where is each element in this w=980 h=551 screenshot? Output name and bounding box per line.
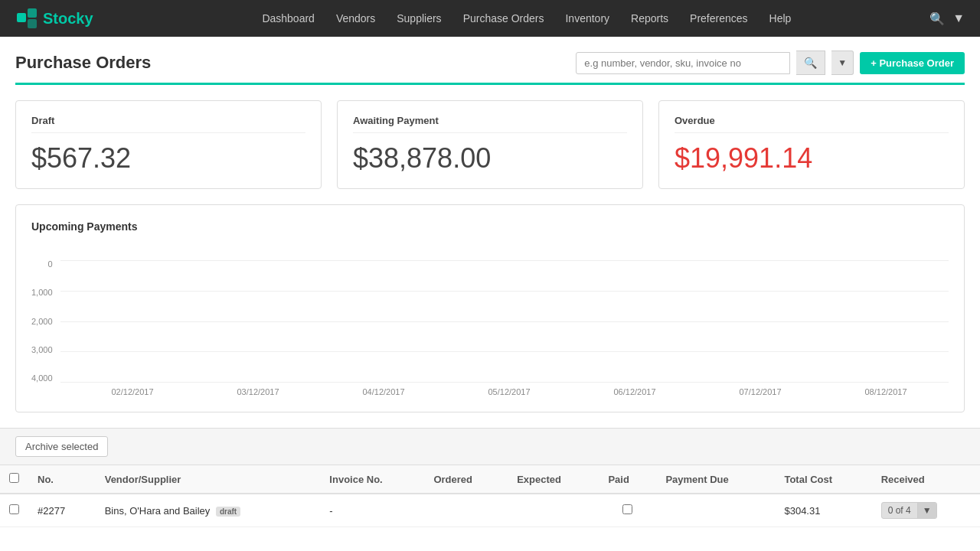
col-expected: Expected [508, 465, 599, 494]
chart-x-label: 02/12/2017 [70, 387, 195, 396]
table-section: Archive selected No. Vendor/Supplier Inv… [0, 428, 980, 543]
chart-y-label: 4,000 [31, 374, 53, 383]
purchase-orders-table: No. Vendor/Supplier Invoice No. Ordered … [0, 465, 980, 527]
table-header: No. Vendor/Supplier Invoice No. Ordered … [0, 465, 980, 494]
nav-link-suppliers[interactable]: Suppliers [386, 0, 452, 37]
table-toolbar: Archive selected [0, 428, 980, 465]
col-payment-due: Payment Due [656, 465, 775, 494]
stat-card-value-draft: $567.32 [31, 142, 305, 174]
nav-link-reports[interactable]: Reports [620, 0, 679, 37]
stat-card-title-overdue: Overdue [675, 115, 949, 133]
logo-icon [15, 7, 38, 30]
stat-card-value-overdue: $19,991.14 [675, 142, 949, 174]
row-ordered [424, 494, 508, 527]
chart-x-label: 03/12/2017 [195, 387, 321, 396]
navigation: Stocky DashboardVendorsSuppliersPurchase… [0, 0, 980, 37]
chart-y-label: 3,000 [31, 346, 53, 354]
chart-title: Upcoming Payments [31, 220, 949, 233]
col-invoice: Invoice No. [320, 465, 424, 494]
col-number: No. [28, 465, 96, 494]
stat-card-draft: Draft $567.32 [15, 100, 322, 189]
nav-link-help[interactable]: Help [759, 0, 802, 37]
chart-x-label: 06/12/2017 [572, 387, 697, 396]
col-ordered: Ordered [424, 465, 508, 494]
row-payment-due [656, 494, 775, 527]
stat-card-value-awaiting: $38,878.00 [353, 142, 627, 174]
row-received: 0 of 4 ▼ [872, 494, 980, 527]
chart-x-label: 08/12/2017 [823, 387, 949, 396]
row-checkbox[interactable] [0, 494, 28, 527]
chart-bars [60, 260, 949, 383]
select-all-checkbox-header[interactable] [0, 465, 28, 494]
row-total-cost: $304.31 [775, 494, 871, 527]
chart-x-label: 05/12/2017 [446, 387, 572, 396]
draft-badge: draft [216, 507, 240, 517]
col-total-cost: Total Cost [775, 465, 871, 494]
header-actions: 🔍 ▼ + Purchase Order [576, 51, 965, 75]
nav-link-inventory[interactable]: Inventory [554, 0, 620, 37]
chart-y-label: 1,000 [31, 289, 53, 297]
nav-right: 🔍 ▼ [929, 11, 965, 26]
row-expected [508, 494, 599, 527]
received-badge: 0 of 4 ▼ [881, 502, 937, 519]
chart-x-label: 04/12/2017 [321, 387, 446, 396]
search-button[interactable]: 🔍 [796, 51, 825, 75]
row-invoice: - [320, 494, 424, 527]
svg-rect-2 [28, 19, 37, 28]
stat-card-title-draft: Draft [31, 115, 305, 133]
chart-x-labels: 02/12/201703/12/201704/12/201705/12/2017… [31, 387, 949, 396]
table-body: #2277 Bins, O'Hara and Bailey draft - $3… [0, 494, 980, 527]
upcoming-payments-chart: Upcoming Payments 4,0003,0002,0001,0000 … [15, 204, 965, 412]
col-vendor: Vendor/Supplier [96, 465, 321, 494]
chart-y-axis: 4,0003,0002,0001,0000 [31, 260, 53, 383]
stat-card-awaiting: Awaiting Payment $38,878.00 [337, 100, 643, 189]
search-icon[interactable]: 🔍 [929, 11, 945, 26]
nav-link-purchase-orders[interactable]: Purchase Orders [452, 0, 555, 37]
chart-y-label: 2,000 [31, 318, 53, 326]
row-number: #2277 [28, 494, 96, 527]
nav-link-dashboard[interactable]: Dashboard [251, 0, 325, 37]
col-received: Received [872, 465, 980, 494]
page-title: Purchase Orders [15, 53, 151, 73]
stat-cards: Draft $567.32 Awaiting Payment $38,878.0… [0, 85, 980, 204]
nav-link-preferences[interactable]: Preferences [679, 0, 758, 37]
page-header: Purchase Orders 🔍 ▼ + Purchase Order [0, 37, 980, 83]
add-purchase-order-button[interactable]: + Purchase Order [860, 52, 965, 74]
nav-links: DashboardVendorsSuppliersPurchase Orders… [124, 0, 930, 37]
select-all-checkbox[interactable] [9, 473, 19, 483]
archive-selected-button[interactable]: Archive selected [15, 436, 108, 457]
svg-rect-0 [17, 13, 26, 22]
logo[interactable]: Stocky [15, 7, 93, 30]
chart-y-label: 0 [31, 260, 53, 269]
nav-link-vendors[interactable]: Vendors [325, 0, 386, 37]
received-badge-text: 0 of 4 [882, 503, 917, 518]
row-select-checkbox[interactable] [9, 504, 19, 514]
search-filter-dropdown[interactable]: ▼ [831, 51, 854, 75]
chart-bars-wrapper [60, 260, 949, 383]
row-paid[interactable] [599, 494, 656, 527]
table-row: #2277 Bins, O'Hara and Bailey draft - $3… [0, 494, 980, 527]
col-paid: Paid [599, 465, 656, 494]
stat-card-title-awaiting: Awaiting Payment [353, 115, 627, 133]
paid-checkbox[interactable] [622, 504, 632, 514]
chart-x-label: 07/12/2017 [697, 387, 823, 396]
dropdown-icon[interactable]: ▼ [952, 11, 965, 25]
table-header-row: No. Vendor/Supplier Invoice No. Ordered … [0, 465, 980, 494]
logo-text: Stocky [43, 10, 93, 28]
row-vendor: Bins, O'Hara and Bailey draft [96, 494, 321, 527]
svg-rect-1 [28, 8, 37, 18]
search-input[interactable] [576, 52, 790, 74]
received-badge-dropdown[interactable]: ▼ [917, 503, 936, 518]
chart-area: 4,0003,0002,0001,0000 [31, 245, 949, 383]
stat-card-overdue: Overdue $19,991.14 [658, 100, 965, 189]
page-content: Purchase Orders 🔍 ▼ + Purchase Order Dra… [0, 37, 980, 551]
